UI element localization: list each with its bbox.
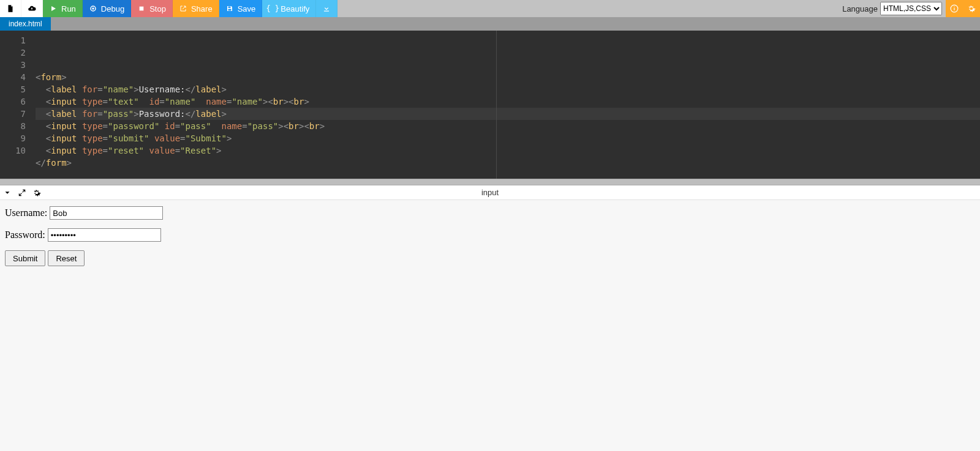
braces-icon: { } <box>268 4 277 13</box>
debug-button[interactable]: Debug <box>83 0 131 17</box>
svg-rect-2 <box>140 7 144 11</box>
output-pane: Username: Password: <box>0 200 980 451</box>
stop-label: Stop <box>149 4 166 13</box>
gear-icon <box>967 4 976 13</box>
new-file-button[interactable] <box>0 0 21 17</box>
code-line[interactable]: </form> <box>36 157 980 169</box>
submit-button[interactable] <box>5 250 45 266</box>
debug-label: Debug <box>101 4 124 13</box>
line-number: 2 <box>0 47 26 59</box>
save-icon <box>225 4 234 13</box>
tab-bar: index.html <box>0 17 980 31</box>
svg-rect-3 <box>228 7 230 9</box>
download-icon <box>322 4 331 13</box>
stop-button[interactable]: Stop <box>131 0 173 17</box>
collapse-output-button[interactable] <box>0 185 15 200</box>
chevron-down-icon <box>3 188 12 197</box>
expand-icon <box>18 188 26 197</box>
line-number: 7 <box>0 108 26 120</box>
upload-button[interactable] <box>21 0 43 17</box>
editor-ruler <box>496 31 497 179</box>
code-line[interactable] <box>36 169 980 181</box>
code-line[interactable]: <input type="submit" value="Submit"> <box>36 132 980 144</box>
help-button[interactable] <box>946 0 963 17</box>
language-chooser: Language HTML,JS,CSS <box>839 0 946 17</box>
line-gutter: ▾12345678910 <box>0 31 31 157</box>
code-line[interactable]: <input type="text" id="name" name="name"… <box>36 95 980 108</box>
line-number: 4 <box>0 71 26 83</box>
line-number: 8 <box>0 120 26 132</box>
language-label: Language <box>842 4 878 13</box>
line-number: 9 <box>0 132 26 144</box>
toolbar: Run Debug Stop Share Save { } Beautify L… <box>0 0 980 17</box>
line-number: 5 <box>0 83 26 95</box>
gear-icon <box>32 188 41 197</box>
output-header: input <box>0 185 980 200</box>
language-select[interactable]: HTML,JS,CSS <box>880 2 942 15</box>
svg-point-1 <box>92 8 94 9</box>
info-icon <box>950 4 959 13</box>
line-number: ▾1 <box>0 34 26 47</box>
output-title: input <box>481 188 499 197</box>
download-button[interactable] <box>316 0 337 17</box>
code-line[interactable]: <input type="reset" value="Reset"> <box>36 144 980 157</box>
username-input[interactable] <box>50 206 163 220</box>
toolbar-spacer <box>337 0 839 17</box>
demo-form: Username: Password: <box>5 206 975 266</box>
share-button[interactable]: Share <box>173 0 219 17</box>
target-icon <box>89 4 97 13</box>
play-icon <box>49 4 58 13</box>
svg-rect-8 <box>954 7 954 7</box>
password-label: Password: <box>5 229 45 240</box>
stop-icon <box>137 4 146 13</box>
line-number: 6 <box>0 95 26 108</box>
settings-button[interactable] <box>963 0 980 17</box>
cloud-upload-icon <box>28 4 36 13</box>
line-number: 10 <box>0 144 26 157</box>
run-button[interactable]: Run <box>43 0 83 17</box>
file-icon <box>6 4 15 13</box>
password-input[interactable] <box>48 228 161 242</box>
share-label: Share <box>191 4 213 13</box>
code-line[interactable]: <label for="pass">Password:</label> <box>36 108 980 120</box>
beautify-button[interactable]: { } Beautify <box>262 0 316 17</box>
run-label: Run <box>61 4 76 13</box>
expand-output-button[interactable] <box>15 185 29 200</box>
code-line[interactable]: <label for="name">Username:</label> <box>36 83 980 95</box>
svg-rect-4 <box>228 9 231 11</box>
code-editor[interactable]: ▾12345678910 <form> <label for="name">Us… <box>0 31 980 179</box>
reset-button[interactable] <box>48 250 85 266</box>
svg-rect-7 <box>954 8 954 10</box>
output-settings-button[interactable] <box>29 185 44 200</box>
save-label: Save <box>238 4 256 13</box>
save-button[interactable]: Save <box>219 0 263 17</box>
beautify-label: Beautify <box>281 4 309 13</box>
svg-rect-5 <box>324 11 329 12</box>
share-icon <box>179 4 187 13</box>
username-label: Username: <box>5 207 47 218</box>
code-line[interactable]: <form> <box>36 71 980 83</box>
tab-index-html[interactable]: index.html <box>0 17 51 31</box>
line-number: 3 <box>0 59 26 71</box>
code-line[interactable]: <input type="password" id="pass" name="p… <box>36 120 980 132</box>
code-area[interactable]: <form> <label for="name">Username:</labe… <box>31 31 980 179</box>
